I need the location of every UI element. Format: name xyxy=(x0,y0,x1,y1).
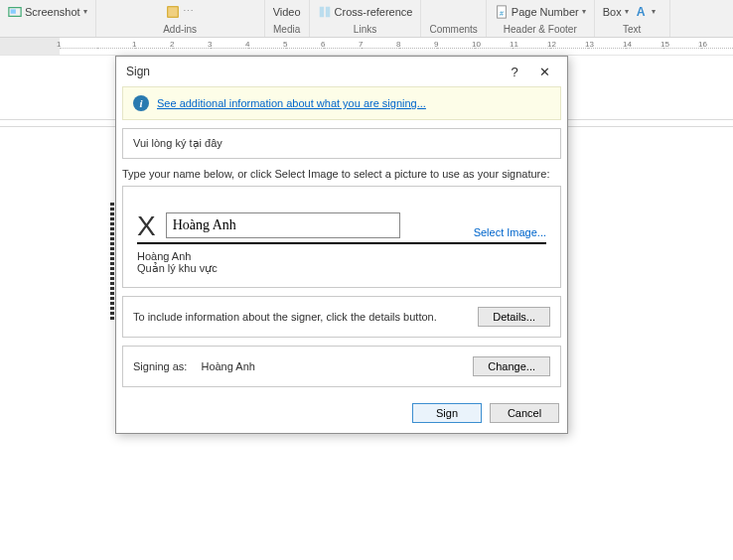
pagenum-icon: # xyxy=(495,5,509,19)
screenshot-label: Screenshot xyxy=(25,6,80,18)
wordart-icon: A xyxy=(635,5,649,19)
svg-rect-4 xyxy=(325,6,329,17)
instructions-text: Type your name below, or click Select Im… xyxy=(122,167,561,182)
video-label: Video xyxy=(273,6,301,18)
info-icon: i xyxy=(133,95,149,111)
crossref-icon xyxy=(318,5,332,19)
details-panel: To include information about the signer,… xyxy=(122,296,561,338)
svg-text:#: # xyxy=(500,9,504,16)
svg-rect-3 xyxy=(319,6,323,17)
chevron-down-icon: ▾ xyxy=(625,7,629,16)
cancel-button[interactable]: Cancel xyxy=(490,403,559,423)
signing-prompt-text: Vui lòng ký tại đây xyxy=(133,137,222,149)
addins-placeholder[interactable]: ⋯ xyxy=(166,5,194,19)
svg-rect-1 xyxy=(11,9,16,13)
signing-as-value: Hoàng Anh xyxy=(201,360,254,372)
text-group-label: Text xyxy=(623,23,641,35)
online-video-button[interactable]: Video xyxy=(273,6,301,18)
signer-name: Hoàng Anh xyxy=(137,250,546,262)
horizontal-ruler[interactable]: 11234567891011121314151617 xyxy=(0,38,733,56)
addin-icon xyxy=(166,5,180,19)
signature-panel: X Select Image... Hoàng Anh Quản lý khu … xyxy=(122,186,561,288)
text-box-button[interactable]: Box ▾ xyxy=(603,6,629,18)
hf-group-label: Header & Footer xyxy=(504,23,577,35)
comments-group-label: Comments xyxy=(429,23,477,35)
close-button[interactable]: ✕ xyxy=(529,60,559,83)
links-group-label: Links xyxy=(354,23,376,35)
chevron-down-icon: ▾ xyxy=(652,7,656,16)
crossref-label: Cross-reference xyxy=(335,6,413,18)
screenshot-button[interactable]: Screenshot ▾ xyxy=(8,5,87,19)
dialog-button-row: Sign Cancel xyxy=(116,395,567,433)
info-link[interactable]: See additional information about what yo… xyxy=(157,97,426,109)
change-button[interactable]: Change... xyxy=(473,356,550,376)
ribbon: Screenshot ▾ ⋯ Add-ins Video Media Cross… xyxy=(0,0,733,38)
sign-button[interactable]: Sign xyxy=(412,403,482,423)
details-text: To include information about the signer,… xyxy=(133,311,437,323)
svg-text:A: A xyxy=(636,5,645,19)
signature-line xyxy=(137,242,546,244)
wordart-button[interactable]: A ▾ xyxy=(635,5,656,19)
dialog-title: Sign xyxy=(126,65,500,78)
signer-title: Quản lý khu vực xyxy=(137,262,546,275)
signing-as-panel: Signing as: Hoàng Anh Change... xyxy=(122,346,561,387)
signing-as-label: Signing as: xyxy=(133,360,187,372)
cross-reference-button[interactable]: Cross-reference xyxy=(318,5,413,19)
box-label: Box xyxy=(603,6,622,18)
select-image-link[interactable]: Select Image... xyxy=(474,226,546,238)
signature-x-mark: X xyxy=(137,210,156,242)
signature-name-input[interactable] xyxy=(166,212,400,238)
sign-dialog: Sign ? ✕ i See additional information ab… xyxy=(115,56,568,434)
addins-group-label: Add-ins xyxy=(163,23,197,35)
details-button[interactable]: Details... xyxy=(478,307,550,327)
signing-prompt-box: Vui lòng ký tại đây xyxy=(122,128,561,159)
dialog-titlebar: Sign ? ✕ xyxy=(116,57,567,86)
chevron-down-icon: ▾ xyxy=(582,7,586,16)
media-group-label: Media xyxy=(273,23,300,35)
help-button[interactable]: ? xyxy=(500,60,529,83)
page-number-button[interactable]: # Page Number ▾ xyxy=(495,5,586,19)
svg-rect-2 xyxy=(168,6,179,17)
illustrations-group-label xyxy=(46,23,49,35)
info-bar: i See additional information about what … xyxy=(122,86,561,120)
chevron-down-icon: ▾ xyxy=(83,7,87,16)
pagenum-label: Page Number xyxy=(512,6,579,18)
screenshot-icon xyxy=(8,5,22,19)
